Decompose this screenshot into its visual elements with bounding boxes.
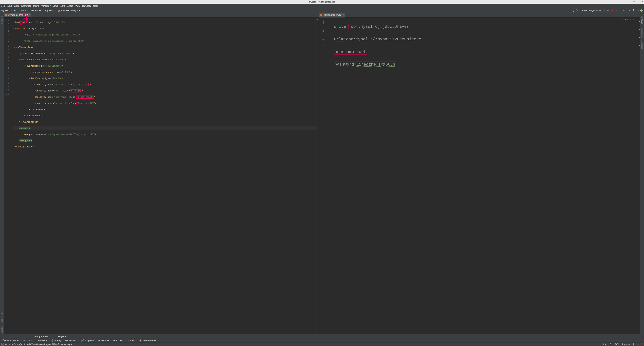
crumb-mappers[interactable]: mappers xyxy=(57,335,66,338)
deps-icon: 📚 xyxy=(139,339,142,342)
add-configuration-button[interactable]: Add Configuration… xyxy=(580,8,605,12)
branch-icon: ᛘ xyxy=(2,339,3,342)
left-tab-row: myatis-confog.xml × ⋮ xyxy=(4,13,319,17)
run-icon[interactable]: ▶ xyxy=(606,9,609,12)
menu-code[interactable]: Code xyxy=(33,4,39,7)
tool-project[interactable]: Project xyxy=(1,16,3,24)
ide-status-icon[interactable]: M xyxy=(641,343,643,346)
breadcrumb-file[interactable]: myatis-confog.xml xyxy=(61,9,80,11)
right-editor-crumb xyxy=(319,334,640,338)
menu-navigate[interactable]: Navigate xyxy=(21,4,31,7)
tool-services[interactable]: ▶Services xyxy=(98,339,109,342)
svg-point-0 xyxy=(573,9,573,9)
tool-maven[interactable]: mMaven xyxy=(641,16,643,24)
close-window-button[interactable]: × xyxy=(642,0,643,3)
status-time: 18:14 xyxy=(602,343,606,346)
bottom-tool-bar: ᛘVersion Control ≣TODO ✪Problems 🍃Spring… xyxy=(0,338,644,342)
work-area: Project Bookmarks Structure myatis-confo… xyxy=(0,13,644,338)
maximize-button[interactable]: □ xyxy=(638,0,639,3)
status-line-ending[interactable]: LF xyxy=(609,343,611,346)
right-code[interactable]: driver=com.mysql.cj.jdbc.Driver url=jdbc… xyxy=(329,17,638,334)
coverage-icon[interactable]: ⟳ xyxy=(614,9,617,12)
main-menu: File Edit View Navigate Code Refactor Bu… xyxy=(0,4,644,8)
tool-endpoints[interactable]: 🔗Endpoints xyxy=(81,339,94,342)
breadcrumb-src[interactable]: src xyxy=(14,9,17,11)
right-gutter: 1 2 3 4 xyxy=(319,17,329,334)
todo-icon: ≣ xyxy=(23,339,25,342)
translate-icon[interactable]: 文A xyxy=(627,9,630,12)
menu-build[interactable]: Build xyxy=(52,4,58,7)
stop-icon[interactable]: ■ xyxy=(622,9,625,12)
profile-icon[interactable]: ⋯ xyxy=(618,9,621,12)
close-tab-icon[interactable]: × xyxy=(29,14,30,16)
tool-profiler[interactable]: ◔Profiler xyxy=(113,339,122,342)
build-tool-icon: 🔨 xyxy=(127,339,129,342)
breadcrumb-main[interactable]: main xyxy=(21,9,26,11)
tab-options-icon[interactable]: ⋮ xyxy=(637,15,639,17)
right-markers xyxy=(638,17,640,334)
xml-file-icon xyxy=(58,9,60,11)
properties-file-icon xyxy=(320,14,322,16)
tool-bookmarks[interactable]: Bookmarks xyxy=(1,313,3,322)
breadcrumb[interactable]: mybatis〉 src〉 main〉 resources〉 mybatis〉 … xyxy=(1,9,80,12)
search-icon[interactable]: 🔍 xyxy=(632,9,635,11)
tab-xml-config[interactable]: myatis-confog.xml × xyxy=(4,13,31,17)
status-indent[interactable]: 4 spaces xyxy=(622,343,630,346)
tool-dependencies[interactable]: 📚Dependencies xyxy=(139,339,156,342)
right-editor-pane: config.properties × ⋮ ⚠ 4 ✔ 2 ʌ v 1 2 3 xyxy=(319,13,640,338)
left-markers: ✔ xyxy=(316,17,319,334)
tool-spring[interactable]: 🍃Spring xyxy=(51,339,61,342)
tool-problems[interactable]: ✪Problems xyxy=(36,339,47,342)
crumb-configuration[interactable]: configuration xyxy=(34,335,48,338)
left-gutter: 1 2 3 4 5 6 7 8 9 10 11 12 13 14 15 16 1 xyxy=(4,17,12,334)
breadcrumb-project[interactable]: mybatis xyxy=(1,9,10,11)
menu-view[interactable]: View xyxy=(14,4,19,7)
profiler-icon: ◔ xyxy=(113,339,115,342)
tab-options-icon[interactable]: ⋮ xyxy=(316,15,318,17)
right-editor-body[interactable]: ⚠ 4 ✔ 2 ʌ v 1 2 3 4 driver=com.mysql.cj.… xyxy=(319,17,640,334)
breadcrumb-mybatis[interactable]: mybatis xyxy=(45,9,54,11)
tool-structure[interactable]: Structure xyxy=(1,326,3,333)
left-editor-body[interactable]: 1 2 3 4 5 6 7 8 9 10 11 12 13 14 15 16 1 xyxy=(4,17,319,334)
endpoints-icon: 🔗 xyxy=(81,339,84,342)
spring-icon: 🍃 xyxy=(51,339,54,342)
tool-notifications[interactable]: Notifications xyxy=(641,27,643,38)
services-icon: ▶ xyxy=(98,339,100,342)
settings-gear-icon[interactable]: ⚙ xyxy=(636,9,638,11)
status-bar: ▫ Maven build scripts found // Load Mave… xyxy=(0,342,644,346)
left-code[interactable]: <?xml version="1.0" encoding="UTF-8" ?> … xyxy=(12,17,316,334)
menu-vcs[interactable]: VCS xyxy=(75,4,80,7)
status-message[interactable]: Maven build scripts found // Load Maven … xyxy=(5,343,72,346)
window-title: mybatis – myatis-confog.xml xyxy=(309,1,335,3)
status-encoding[interactable]: UTF-8 xyxy=(614,343,619,346)
tool-todo[interactable]: ≣TODO xyxy=(23,339,32,342)
tool-build[interactable]: 🔨Build xyxy=(127,339,135,342)
breadcrumb-resources[interactable]: resources xyxy=(30,9,41,11)
menu-refactor[interactable]: Refactor xyxy=(41,4,50,7)
close-tab-icon[interactable]: × xyxy=(343,14,344,16)
editor-breadcrumb: configuration 〉 mappers xyxy=(4,334,319,338)
tool-terminal[interactable]: ⌨Terminal xyxy=(65,339,77,342)
tool-database[interactable]: Database xyxy=(641,41,643,49)
minimize-button[interactable]: — xyxy=(633,0,635,3)
menu-window[interactable]: Window xyxy=(82,4,91,7)
menu-edit[interactable]: Edit xyxy=(8,4,12,7)
navigation-bar: mybatis〉 src〉 main〉 resources〉 mybatis〉 … xyxy=(0,8,644,13)
readonly-lock-icon[interactable]: 🔒 xyxy=(632,343,634,346)
services-tricolor-icon[interactable] xyxy=(640,9,643,11)
left-editor-pane: myatis-confog.xml × ⋮ 1 2 3 4 5 6 7 8 9 … xyxy=(4,13,319,338)
user-icon[interactable]: ▾ xyxy=(572,8,574,13)
menu-tools[interactable]: Tools xyxy=(67,4,73,7)
menu-file[interactable]: File xyxy=(1,4,6,7)
menu-run[interactable]: Run xyxy=(60,4,65,7)
left-tool-stripe: Project Bookmarks Structure xyxy=(0,13,4,338)
build-icon[interactable]: 🔨 xyxy=(575,9,578,12)
memory-indicator-icon[interactable]: ⊕ xyxy=(637,343,638,346)
debug-icon[interactable]: 🐞 xyxy=(610,9,613,12)
tool-version-control[interactable]: ᛘVersion Control xyxy=(2,339,19,342)
tab-label: config.properties xyxy=(324,14,342,16)
tab-config-properties[interactable]: config.properties × xyxy=(319,13,345,17)
tool-window-quick-access-icon[interactable]: ▫ xyxy=(1,343,4,346)
menu-help[interactable]: Help xyxy=(93,4,98,7)
problems-icon: ✪ xyxy=(36,339,37,342)
